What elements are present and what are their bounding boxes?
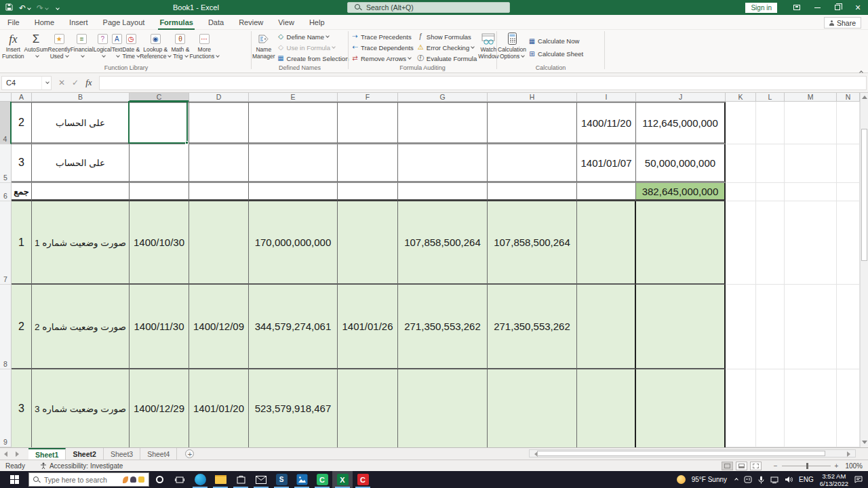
column-header-A[interactable]: A — [12, 93, 32, 102]
ribbon-display-options-button[interactable] — [787, 0, 807, 15]
page-layout-view-button[interactable] — [736, 462, 747, 470]
cell-H8[interactable]: 271,350,553,262 — [488, 285, 577, 369]
remove-arrows-button[interactable]: ⇄Remove Arrows — [349, 53, 415, 64]
row-header-4[interactable]: 4 — [0, 102, 12, 144]
horizontal-scroll-thumb[interactable] — [537, 451, 825, 456]
cell-D9[interactable]: 1401/01/20 — [189, 369, 249, 447]
zoom-slider-thumb[interactable] — [806, 463, 808, 469]
cell-B8[interactable]: صورت وضعیت شماره 2 — [32, 285, 130, 369]
share-button[interactable]: Share — [824, 17, 861, 28]
enter-icon[interactable]: ✓ — [72, 78, 79, 87]
calculate-sheet-button[interactable]: ⊞Calculate Sheet — [526, 47, 585, 60]
taskbar-app-mail[interactable] — [251, 471, 271, 488]
redo-button[interactable]: ↷ — [37, 1, 48, 14]
customize-qat-button[interactable] — [54, 1, 59, 14]
scroll-up-icon[interactable] — [862, 96, 867, 99]
cell-H6[interactable] — [488, 183, 577, 201]
ribbon-tab-home[interactable]: Home — [27, 15, 62, 30]
error-checking-button[interactable]: ⚠Error Checking — [415, 42, 478, 53]
cell-K9[interactable] — [726, 369, 756, 447]
column-header-N[interactable]: N — [837, 93, 860, 102]
page-break-view-button[interactable] — [750, 462, 762, 470]
cell-G8[interactable]: 271,350,553,262 — [398, 285, 488, 369]
cell-E5[interactable] — [249, 144, 338, 183]
sign-in-button[interactable]: Sign in — [745, 3, 777, 13]
cell-E7[interactable]: 170,000,000,000 — [249, 201, 338, 285]
cortana-button[interactable] — [149, 471, 170, 488]
normal-view-button[interactable] — [722, 462, 733, 470]
trace-dependents-button[interactable]: ⇠Trace Dependents — [349, 42, 415, 53]
cell-F7[interactable] — [338, 201, 398, 285]
cell-B4[interactable]: على الحساب — [32, 102, 130, 144]
search-box[interactable]: Search (Alt+Q) — [347, 2, 510, 13]
calculate-now-button[interactable]: ▦Calculate Now — [526, 35, 585, 47]
cell-M5[interactable] — [785, 144, 837, 183]
column-header-B[interactable]: B — [32, 93, 130, 102]
cell-K8[interactable] — [726, 285, 756, 369]
cell-N8[interactable] — [837, 285, 860, 369]
undo-button[interactable]: ↶ — [19, 1, 31, 14]
scroll-down-icon[interactable] — [862, 441, 867, 444]
restore-button[interactable] — [827, 0, 848, 15]
cell-E6[interactable] — [249, 183, 338, 201]
insert-function-button[interactable]: fxInsertFunction — [2, 30, 24, 64]
tray-expand-icon[interactable] — [734, 478, 738, 482]
cell-J8[interactable] — [636, 285, 726, 369]
text-button[interactable]: AText — [112, 30, 123, 64]
task-view-button[interactable] — [170, 471, 190, 488]
cell-N7[interactable] — [837, 201, 860, 285]
cell-A8[interactable]: 2 — [12, 285, 32, 369]
cell-H7[interactable]: 107,858,500,264 — [488, 201, 577, 285]
column-header-E[interactable]: E — [249, 93, 338, 102]
cell-I6[interactable] — [577, 183, 636, 201]
ribbon-tab-insert[interactable]: Insert — [62, 15, 96, 30]
cell-M8[interactable] — [785, 285, 837, 369]
cell-D7[interactable] — [189, 201, 249, 285]
recently-used-button[interactable]: ★RecentlyUsed — [48, 30, 71, 64]
cell-A9[interactable]: 3 — [12, 369, 32, 447]
cell-F4[interactable] — [338, 102, 398, 144]
language-indicator[interactable]: ENG — [799, 476, 814, 483]
cell-N4[interactable] — [837, 102, 860, 144]
ribbon-tab-data[interactable]: Data — [201, 15, 231, 30]
cell-C5[interactable] — [130, 144, 189, 183]
cell-L5[interactable] — [756, 144, 785, 183]
watch-window-button[interactable]: WatchWindow — [478, 30, 498, 64]
lookup-reference-button[interactable]: ◉Lookup &Reference — [140, 30, 171, 64]
cell-J7[interactable] — [636, 201, 726, 285]
row-header-9[interactable]: 9 — [0, 369, 12, 447]
create-from-selection-button[interactable]: ▦Create from Selection — [275, 53, 351, 64]
cell-D8[interactable]: 1400/12/09 — [189, 285, 249, 369]
more-functions-button[interactable]: ⋯MoreFunctions — [189, 30, 219, 64]
column-header-C[interactable]: C — [130, 93, 189, 102]
row-header-5[interactable]: 5 — [0, 144, 12, 183]
taskbar-app-s-app[interactable]: S — [271, 471, 292, 488]
close-button[interactable]: × — [848, 0, 868, 15]
name-manager-button[interactable]: NameManager — [252, 30, 275, 64]
taskbar-clock[interactable]: 3:52 AM 6/13/2022 — [820, 472, 848, 487]
taskbar-app-camtasia-recorder[interactable]: C — [353, 471, 373, 488]
sheet-nav-right-icon[interactable] — [16, 451, 19, 457]
taskbar-app-file-explorer[interactable] — [210, 471, 231, 488]
cell-D5[interactable] — [189, 144, 249, 183]
sheet-tab-sheet2[interactable]: Sheet2 — [66, 448, 103, 460]
cell-M6[interactable] — [785, 183, 837, 201]
sheet-tab-sheet1[interactable]: Sheet1 — [28, 448, 66, 460]
cell-F5[interactable] — [338, 144, 398, 183]
cell-C6[interactable] — [130, 183, 189, 201]
cell-C4[interactable] — [130, 102, 189, 144]
cell-G7[interactable]: 107,858,500,264 — [398, 201, 488, 285]
cell-C9[interactable]: 1400/12/29 — [130, 369, 189, 447]
ribbon-tab-help[interactable]: Help — [302, 15, 332, 30]
zoom-out-button[interactable]: − — [774, 462, 778, 470]
show-formulas-button[interactable]: ƒShow Formulas — [415, 31, 478, 42]
autosum-button[interactable]: ΣAutoSum — [24, 30, 48, 64]
minimize-button[interactable] — [807, 0, 827, 15]
logical-button[interactable]: ?Logical — [94, 30, 112, 64]
cancel-icon[interactable]: ✕ — [58, 78, 65, 87]
cell-B6[interactable] — [32, 183, 130, 201]
network-icon[interactable] — [770, 476, 778, 483]
column-header-K[interactable]: K — [726, 93, 756, 102]
vertical-scrollbar[interactable] — [860, 93, 868, 447]
cell-G5[interactable] — [398, 144, 488, 183]
